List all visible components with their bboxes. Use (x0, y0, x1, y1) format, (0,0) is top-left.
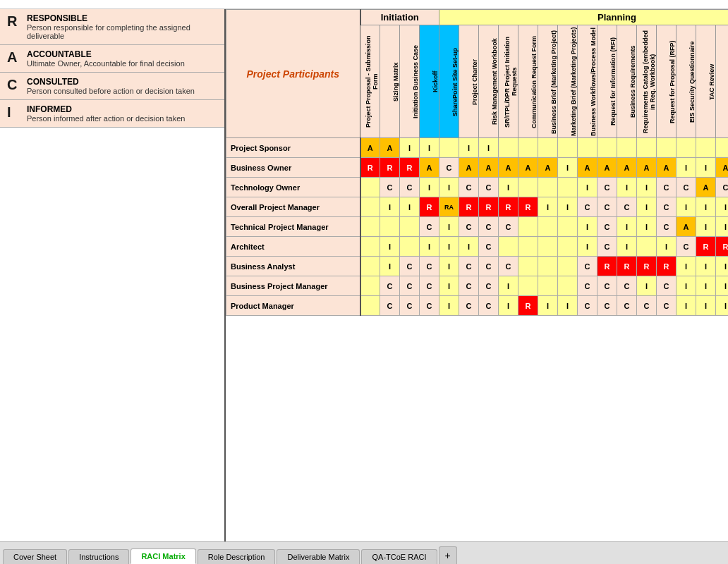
raci-cell (360, 197, 380, 217)
legend-desc: Ultimate Owner, Accountable for final de… (27, 59, 185, 68)
col-header: Communication Request Form (518, 25, 538, 138)
legend-letter: A (7, 49, 27, 66)
raci-cell (518, 138, 538, 158)
raci-cell: R (597, 257, 617, 276)
participant-name: Business Owner (226, 158, 360, 178)
col-header: Project Proposal - Submission Form (360, 25, 380, 138)
legend-title: RESPONSIBLE (27, 13, 217, 23)
raci-cell: C (479, 237, 499, 257)
raci-cell: C (637, 296, 657, 316)
table-wrapper[interactable]: Project ParticipantsInitiationPlanningPr… (226, 9, 728, 541)
tab-raci-matrix[interactable]: RACI Matrix (131, 548, 195, 564)
raci-cell: A (380, 138, 400, 158)
raci-cell: C (617, 296, 637, 316)
raci-cell: I (420, 178, 439, 197)
raci-cell: C (657, 178, 677, 197)
raci-cell: C (459, 217, 479, 237)
participant-header: Project Participants (226, 10, 360, 138)
raci-cell (558, 276, 578, 296)
raci-cell: C (400, 276, 420, 296)
legend-item-i: I INFORMED Person informed after action … (0, 100, 224, 128)
raci-cell: I (637, 276, 657, 296)
raci-cell (518, 257, 538, 276)
raci-cell: R (637, 257, 657, 276)
table-row: Business AnalystICCICCCCRRRRIIIIIC (226, 257, 729, 276)
raci-cell: A (657, 158, 677, 178)
raci-cell (558, 237, 578, 257)
raci-cell: I (538, 296, 558, 316)
raci-cell: R (420, 197, 439, 217)
raci-cell: I (617, 217, 637, 237)
raci-cell: A (518, 158, 538, 178)
raci-table: Project ParticipantsInitiationPlanningPr… (226, 9, 728, 316)
raci-cell: R (459, 197, 479, 217)
legend-text: INFORMED Person informed after action or… (27, 104, 185, 123)
raci-cell: I (677, 296, 696, 316)
raci-cell: I (637, 197, 657, 217)
raci-cell: C (617, 276, 637, 296)
tab-qa-tcoe-raci[interactable]: QA-TCoE RACI (361, 549, 437, 564)
raci-cell (518, 237, 538, 257)
legend-desc: Person informed after action or decision… (27, 114, 185, 123)
raci-cell: I (716, 197, 729, 217)
raci-cell: I (657, 237, 677, 257)
raci-cell (380, 217, 400, 237)
raci-cell (439, 138, 459, 158)
raci-cell (696, 138, 716, 158)
raci-cell: C (479, 257, 499, 276)
phase-header-planning: Planning (439, 10, 729, 25)
tab-cover-sheet[interactable]: Cover Sheet (3, 549, 67, 564)
raci-cell: R (617, 257, 637, 276)
legend-letter: I (7, 104, 27, 121)
legend-title: ACCOUNTABLE (27, 49, 185, 59)
raci-cell (360, 178, 380, 197)
tab-instructions[interactable]: Instructions (68, 549, 129, 564)
raci-cell: I (499, 276, 518, 296)
col-header: Sizing Matrix (380, 25, 400, 138)
col-header: Request for Information (RFI) (597, 25, 617, 138)
raci-cell: I (380, 197, 400, 217)
add-tab-button[interactable]: + (439, 546, 457, 564)
main-content: R RESPONSIBLE Person responsible for com… (0, 9, 728, 541)
raci-cell (538, 217, 558, 237)
raci-cell: C (420, 217, 439, 237)
raci-cell: C (716, 178, 729, 197)
raci-cell: I (637, 178, 657, 197)
raci-cell (518, 217, 538, 237)
raci-cell: A (360, 138, 380, 158)
raci-cell: A (696, 178, 716, 197)
raci-cell (597, 138, 617, 158)
raci-cell: A (459, 158, 479, 178)
raci-cell: I (578, 178, 597, 197)
participant-name: Architect (226, 237, 360, 257)
raci-cell: R (479, 197, 499, 217)
participant-name: Project Sponsor (226, 138, 360, 158)
raci-cell: I (677, 158, 696, 178)
table-row: Product ManagerCCCICCIRIICCCCCIIIIIC (226, 296, 729, 316)
raci-cell: R (657, 257, 677, 276)
legend: R RESPONSIBLE Person responsible for com… (0, 9, 226, 541)
col-header: Project Charter (459, 25, 479, 138)
table-row: Overall Project ManagerIIRRARRRRIICCCICI… (226, 197, 729, 217)
raci-cell: I (439, 276, 459, 296)
raci-cell (400, 237, 420, 257)
legend-item-c: C CONSULTED Person consulted before acti… (0, 73, 224, 100)
tab-role-description[interactable]: Role Description (198, 549, 276, 564)
raci-cell (657, 138, 677, 158)
legend-desc: Person responsible for completing the as… (27, 23, 217, 40)
raci-cell: I (696, 296, 716, 316)
raci-cell (360, 217, 380, 237)
table-row: Technology OwnerCCIICCIICIICCACI (226, 178, 729, 197)
raci-cell (677, 138, 696, 158)
legend-desc: Person consulted before action or decisi… (27, 87, 195, 95)
raci-cell: C (657, 197, 677, 217)
participant-name: Product Manager (226, 296, 360, 316)
raci-cell: C (400, 257, 420, 276)
raci-cell: I (677, 197, 696, 217)
raci-cell: R (696, 237, 716, 257)
raci-cell: I (696, 257, 716, 276)
raci-cell: I (439, 178, 459, 197)
raci-cell: I (558, 197, 578, 217)
tab-deliverable-matrix[interactable]: Deliverable Matrix (277, 549, 360, 564)
raci-cell: I (716, 257, 729, 276)
